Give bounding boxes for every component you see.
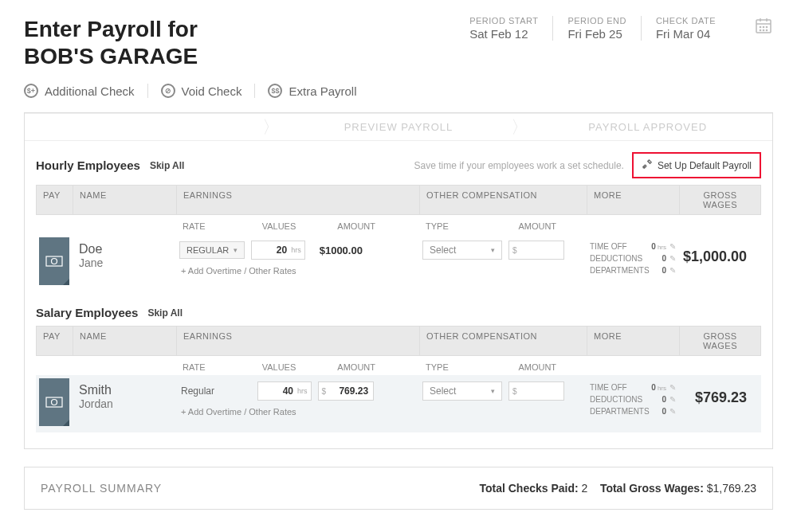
total-checks-value: 2 <box>582 482 588 495</box>
other-comp-amount-wrap[interactable]: $ <box>508 381 564 401</box>
col-name: NAME <box>73 186 177 214</box>
svg-point-7 <box>760 29 760 30</box>
subcol-values: VALUES <box>262 221 338 231</box>
wizard-steps: ENTER PAYROLL 〉 PREVIEW PAYROLL 〉 PAYROL… <box>25 113 772 141</box>
extra-payroll-icon: $$ <box>268 84 282 98</box>
svg-rect-12 <box>46 397 62 407</box>
salary-skip-all-button[interactable]: Skip All <box>147 307 183 319</box>
subcol-values: VALUES <box>262 362 338 372</box>
plus-dollar-icon: $+ <box>24 84 38 98</box>
hourly-section-title: Hourly Employees <box>36 158 140 172</box>
hourly-skip-all-button[interactable]: Skip All <box>150 160 185 171</box>
employee-first-name: Jane <box>79 256 170 269</box>
total-checks-label: Total Checks Paid: <box>479 482 578 495</box>
pencil-icon[interactable]: ✎ <box>669 266 676 275</box>
svg-point-4 <box>760 26 760 27</box>
deductions-value: 0 <box>662 395 666 404</box>
pay-toggle[interactable] <box>39 237 69 285</box>
employee-last-name: Smith <box>79 383 170 397</box>
hourly-employee-row: Doe Jane REGULAR ▾ hrs $1000.00 + Add Ov… <box>36 234 761 291</box>
time-off-label: TIME OFF <box>590 242 627 251</box>
setup-default-payroll-button[interactable]: Set Up Default Payroll <box>632 152 761 178</box>
rate-select-label: REGULAR <box>186 245 229 255</box>
hourly-sub-headers: RATE VALUES AMOUNT TYPE AMOUNT <box>36 218 761 234</box>
other-comp-type-label: Select <box>430 244 456 256</box>
hours-input-wrap[interactable]: hrs <box>257 381 312 401</box>
pencil-icon[interactable]: ✎ <box>669 383 676 392</box>
dollar-prefix: $ <box>322 387 327 396</box>
other-comp-type-label: Select <box>430 385 456 397</box>
period-start-label: PERIOD START <box>469 16 538 25</box>
chevron-down-icon: ▾ <box>491 387 495 395</box>
period-start-value: Sat Feb 12 <box>469 27 538 41</box>
departments-label: DEPARTMENTS <box>590 266 650 275</box>
hourly-column-headers: PAY NAME EARNINGS OTHER COMPENSATION MOR… <box>36 185 761 215</box>
subcol-comp-amount: AMOUNT <box>518 221 580 231</box>
add-overtime-link[interactable]: + Add Overtime / Other Rates <box>179 266 416 276</box>
hours-input-wrap[interactable]: hrs <box>251 241 305 260</box>
step-preview-payroll[interactable]: PREVIEW PAYROLL 〉 <box>274 113 524 141</box>
employee-name[interactable]: Doe Jane <box>73 237 176 274</box>
deductions-value: 0 <box>662 254 666 263</box>
subcol-comp-amount: AMOUNT <box>518 362 580 372</box>
amount-input[interactable] <box>328 385 370 397</box>
hours-input[interactable] <box>255 244 289 256</box>
departments-value: 0 <box>662 407 666 416</box>
col-earnings: EARNINGS <box>177 327 420 355</box>
check-date-label: CHECK DATE <box>656 16 716 25</box>
gross-wages-value: $769.23 <box>679 378 761 406</box>
svg-point-5 <box>763 26 764 27</box>
subcol-type: TYPE <box>426 362 518 372</box>
step-enter-payroll[interactable]: ENTER PAYROLL 〉 <box>25 113 274 141</box>
other-comp-type-select[interactable]: Select ▾ <box>422 381 502 401</box>
additional-check-button[interactable]: $+ Additional Check <box>24 84 148 98</box>
salary-section-title: Salary Employees <box>36 306 138 319</box>
calendar-icon[interactable] <box>754 16 773 35</box>
other-comp-amount-wrap[interactable]: $ <box>508 241 564 260</box>
col-pay: PAY <box>37 327 73 355</box>
deductions-label: DEDUCTIONS <box>590 395 642 404</box>
subcol-rate: RATE <box>183 221 262 231</box>
other-comp-amount-input[interactable] <box>517 244 556 256</box>
additional-check-label: Additional Check <box>45 84 135 98</box>
chevron-down-icon: ▾ <box>491 246 495 254</box>
pencil-icon[interactable]: ✎ <box>669 254 676 263</box>
employee-name[interactable]: Smith Jordan <box>73 378 176 415</box>
time-off-unit: hrs <box>658 244 666 251</box>
void-icon: ⊘ <box>161 84 175 98</box>
subcol-type: TYPE <box>426 221 518 231</box>
pencil-icon[interactable]: ✎ <box>669 395 676 404</box>
svg-point-11 <box>52 259 57 264</box>
add-overtime-link[interactable]: + Add Overtime / Other Rates <box>179 407 416 417</box>
other-comp-type-select[interactable]: Select ▾ <box>422 241 502 260</box>
check-date-value: Fri Mar 04 <box>656 27 716 41</box>
salary-sub-headers: RATE VALUES AMOUNT TYPE AMOUNT <box>36 359 761 375</box>
period-end-label: PERIOD END <box>567 16 626 25</box>
pay-toggle[interactable] <box>39 378 69 426</box>
page-title: Enter Payroll for BOB'S GARAGE <box>24 16 439 69</box>
period-end-value: Fri Feb 25 <box>567 27 626 41</box>
salary-employee-row: Smith Jordan Regular hrs $ + Add Overtim… <box>36 375 761 432</box>
rate-select[interactable]: REGULAR ▾ <box>179 241 245 259</box>
total-gross-value: $1,769.23 <box>707 482 756 495</box>
step-payroll-approved[interactable]: PAYROLL APPROVED <box>523 113 772 141</box>
svg-point-9 <box>766 29 767 30</box>
subcol-amount: AMOUNT <box>337 221 413 231</box>
deductions-label: DEDUCTIONS <box>590 254 642 263</box>
time-off-value: 0 <box>651 242 656 251</box>
title-line2: BOB'S GARAGE <box>24 44 198 68</box>
pencil-icon[interactable]: ✎ <box>669 242 676 251</box>
svg-point-6 <box>766 26 767 27</box>
extra-payroll-button[interactable]: $$ Extra Payroll <box>255 84 369 98</box>
void-check-button[interactable]: ⊘ Void Check <box>148 84 256 98</box>
pencil-icon[interactable]: ✎ <box>669 407 676 416</box>
employee-last-name: Doe <box>79 242 170 256</box>
col-other-comp: OTHER COMPENSATION <box>420 186 587 214</box>
void-check-label: Void Check <box>182 84 242 98</box>
col-more: MORE <box>587 327 680 355</box>
hours-input[interactable] <box>261 385 295 397</box>
other-comp-amount-input[interactable] <box>517 385 556 397</box>
amount-input-wrap[interactable]: $ <box>318 381 375 401</box>
default-payroll-hint: Save time if your employees work a set s… <box>414 160 623 171</box>
time-off-value: 0 <box>651 383 656 392</box>
